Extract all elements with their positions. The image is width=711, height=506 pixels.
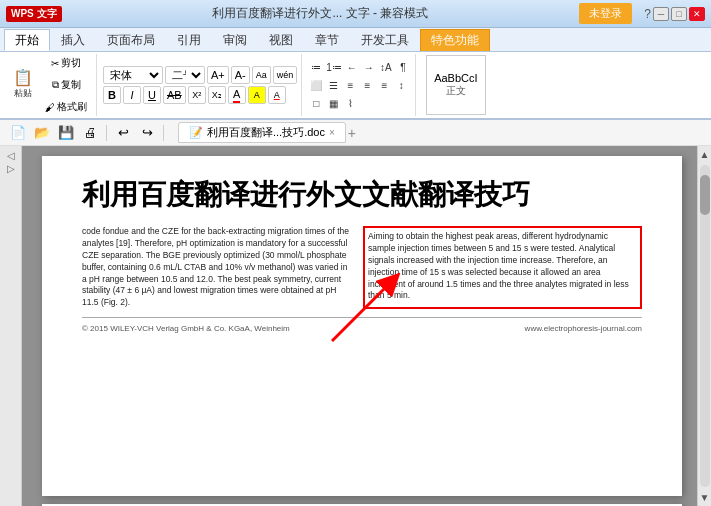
copy-button[interactable]: ⧉ 复制 (40, 75, 92, 95)
doc-footer-left: © 2015 WILEY-VCH Verlag GmbH & Co. KGaA,… (82, 324, 290, 333)
font-color-icon: A (233, 88, 240, 103)
scroll-up-button[interactable]: ▲ (700, 146, 710, 163)
doc-tab-bar: 📝 利用百度翻译...技巧.doc × + (178, 122, 356, 143)
left-panel-icon2[interactable]: ▷ (7, 163, 15, 174)
bold-button[interactable]: B (103, 86, 121, 104)
align-right-button[interactable]: ≡ (342, 77, 358, 93)
subscript-button[interactable]: X₂ (208, 86, 226, 104)
increase-font-button[interactable]: A+ (207, 66, 229, 84)
strikethrough-button[interactable]: AB (163, 86, 186, 104)
paste-button[interactable]: 📋 粘贴 (8, 67, 38, 103)
login-button[interactable]: 未登录 (579, 3, 632, 24)
decrease-font-button[interactable]: A- (231, 66, 250, 84)
bullets-button[interactable]: ≔ (308, 59, 324, 75)
doc-footer: © 2015 WILEY-VCH Verlag GmbH & Co. KGaA,… (82, 324, 642, 333)
doc-two-col: code fondue and the CZE for the back-ext… (82, 226, 642, 309)
justify-button[interactable]: ≡ (359, 77, 375, 93)
style-sample: AaBbCcI (434, 72, 477, 84)
style-preview[interactable]: AaBbCcI 正文 (426, 55, 486, 115)
superscript-button[interactable]: X² (188, 86, 206, 104)
para-controls: ≔ 1≔ ← → ↕A ¶ ⬜ ☰ ≡ ≡ ≡ ↕ □ ▦ ⌇ (308, 59, 411, 111)
ribbon-tabs: 开始 插入 页面布局 引用 审阅 视图 章节 开发工具 特色功能 (0, 28, 711, 52)
shade-button[interactable]: ▦ (325, 95, 341, 111)
main-area: ◁ ▷ 利用百度翻译进行外文文献翻译技巧 code fondue and the… (0, 146, 711, 506)
add-tab-button[interactable]: + (348, 125, 356, 141)
tab-review[interactable]: 审阅 (212, 29, 258, 51)
tab-special[interactable]: 特色功能 (420, 29, 490, 51)
scroll-track[interactable] (700, 165, 710, 487)
left-margin: ◁ ▷ (0, 146, 22, 506)
font-color-button[interactable]: A (228, 86, 246, 104)
font-row2: B I U AB X² X₂ A A A (103, 86, 297, 104)
ribbon-toolbar: 📋 粘贴 ✂ 剪切 ⧉ 复制 🖌 格式刷 宋体 (0, 52, 711, 120)
para-row2: ⬜ ☰ ≡ ≡ ≡ ↕ (308, 77, 411, 93)
paragraph-group: ≔ 1≔ ← → ↕A ¶ ⬜ ☰ ≡ ≡ ≡ ↕ □ ▦ ⌇ (304, 54, 416, 116)
italic-button[interactable]: I (123, 86, 141, 104)
paste-icon: 📋 (13, 70, 33, 86)
sort-button[interactable]: ↕A (378, 59, 394, 75)
style-group: AaBbCcI 正文 (418, 54, 490, 116)
open-doc-button[interactable]: 📂 (32, 123, 52, 143)
tab-view[interactable]: 视图 (258, 29, 304, 51)
wps-logo: WPS 文字 (6, 6, 62, 22)
cut-button[interactable]: ✂ 剪切 (40, 53, 92, 73)
doc-tab-close[interactable]: × (329, 127, 335, 138)
doc-tab-current[interactable]: 📝 利用百度翻译...技巧.doc × (178, 122, 346, 143)
new-doc-button[interactable]: 📄 (8, 123, 28, 143)
undo-button[interactable]: ↩ (113, 123, 133, 143)
cut-icon: ✂ (51, 58, 59, 69)
left-panel-icon1[interactable]: ◁ (7, 150, 15, 161)
font-name-select[interactable]: 宋体 (103, 66, 163, 84)
doc-right-text: Aiming to obtain the highest peak areas,… (368, 231, 629, 300)
document-title: 利用百度翻译进行外文... 文字 - 兼容模式 (62, 5, 580, 22)
format-brush-button[interactable]: 🖌 格式刷 (40, 97, 92, 117)
underline-button[interactable]: U (143, 86, 161, 104)
border-button[interactable]: □ (308, 95, 324, 111)
clear-format-button[interactable]: Aa (252, 66, 271, 84)
para-row1: ≔ 1≔ ← → ↕A ¶ (308, 59, 411, 75)
line-spacing-button[interactable]: ↕ (393, 77, 409, 93)
separator (106, 125, 107, 141)
tab-developer[interactable]: 开发工具 (350, 29, 420, 51)
doc-divider (82, 317, 642, 318)
tab-references[interactable]: 引用 (166, 29, 212, 51)
redo-button[interactable]: ↪ (137, 123, 157, 143)
document-area: 利用百度翻译进行外文文献翻译技巧 code fondue and the CZE… (22, 146, 697, 506)
tab-page-layout[interactable]: 页面布局 (96, 29, 166, 51)
show-marks-button[interactable]: ¶ (395, 59, 411, 75)
highlight-button[interactable]: A (248, 86, 266, 104)
title-bar: WPS 文字 利用百度翻译进行外文... 文字 - 兼容模式 未登录 ? ─ □… (0, 0, 711, 28)
separator2 (163, 125, 164, 141)
tab-insert[interactable]: 插入 (50, 29, 96, 51)
increase-indent-button[interactable]: → (361, 59, 377, 75)
save-button[interactable]: 💾 (56, 123, 76, 143)
cut-label: 剪切 (61, 56, 81, 70)
copy-label: 复制 (61, 78, 81, 92)
minimize-button[interactable]: ─ (653, 7, 669, 21)
font-size-select[interactable]: 二号 (165, 66, 205, 84)
style-label: 正文 (434, 84, 477, 98)
title-bar-right: 未登录 ? ─ □ ✕ (579, 3, 705, 24)
distributed-button[interactable]: ≡ (376, 77, 392, 93)
wencao-button[interactable]: wén (273, 66, 298, 84)
help-icon[interactable]: ? (644, 7, 651, 21)
close-button[interactable]: ✕ (689, 7, 705, 21)
numbering-button[interactable]: 1≔ (325, 59, 343, 75)
align-left-button[interactable]: ⬜ (308, 77, 324, 93)
print-button[interactable]: 🖨 (80, 123, 100, 143)
font-controls: 宋体 二号 A+ A- Aa wén B I U AB X² X₂ A (103, 66, 297, 104)
right-scrollbar[interactable]: ▲ ▼ (697, 146, 711, 506)
tab-start[interactable]: 开始 (4, 29, 50, 51)
doc-right-col-highlighted: Aiming to obtain the highest peak areas,… (363, 226, 642, 309)
scroll-down-button[interactable]: ▼ (700, 489, 710, 506)
doc-left-col: code fondue and the CZE for the back-ext… (82, 226, 351, 309)
scroll-thumb[interactable] (700, 175, 710, 215)
restore-button[interactable]: □ (671, 7, 687, 21)
tab-section[interactable]: 章节 (304, 29, 350, 51)
title-bar-left: WPS 文字 (6, 6, 62, 22)
columns-button[interactable]: ⌇ (342, 95, 358, 111)
decrease-indent-button[interactable]: ← (344, 59, 360, 75)
align-center-button[interactable]: ☰ (325, 77, 341, 93)
doc-left-text: code fondue and the CZE for the back-ext… (82, 226, 349, 307)
underline-color-button[interactable]: A (268, 86, 286, 104)
